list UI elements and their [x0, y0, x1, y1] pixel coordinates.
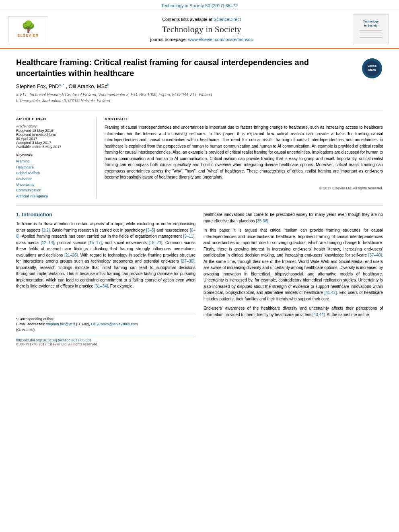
header-right: Technologyin Society ───────────────────… [351, 14, 391, 44]
received-date: Received 18 May 2016 [16, 129, 90, 133]
body-right-column: healthcare innovations can come to be pr… [204, 212, 383, 346]
ref-18-20: [18–20] [149, 240, 162, 245]
footnote-area: * Corresponding author. E-mail addresses… [16, 314, 195, 333]
elsevier-logo-box: 🌳 ELSEVIER [8, 16, 48, 42]
keyword-communication[interactable]: Communication [16, 187, 90, 193]
header-center: Contents lists available at ScienceDirec… [52, 17, 351, 42]
science-direct-text: Contents lists available at ScienceDirec… [60, 17, 343, 22]
ref-15-17: [15–17] [88, 240, 102, 245]
ref-9-11: [9–11] [183, 234, 194, 238]
journal-logo-box: Technologyin Society ───────────────────… [353, 14, 389, 44]
ref-37-40: [37–40] [368, 253, 382, 257]
contents-label: Contents lists available at [162, 17, 214, 22]
email-label: E-mail addresses: [16, 322, 45, 326]
ref-12-14: [12–14] [41, 240, 54, 245]
affiliation-b: b Terveystalo, Jaakonkatu 3, 00100 Helsi… [16, 99, 110, 103]
page: Technology in Society 50 (2017) 66–72 🌳 … [0, 0, 399, 354]
journal-logo-subtitle: ────────────────────────────────────────… [360, 29, 382, 39]
ref-3-5: [3–5] [146, 228, 155, 232]
science-direct-link[interactable]: ScienceDirect [214, 17, 241, 22]
keywords-label: Keywords: [16, 153, 90, 157]
section-1-heading: 1. Introduction [16, 212, 195, 218]
ref-21-26: [21–26] [64, 253, 78, 257]
history-label: Article history: [16, 124, 90, 128]
article-info-column: ARTICLE INFO Article history: Received 1… [16, 117, 97, 199]
email-2[interactable]: Olli.Aranko@terveystalo.com [91, 322, 138, 326]
available-date: Available online 5 May 2017 [16, 145, 90, 149]
intro-para-2: healthcare innovations can come to be pr… [204, 212, 383, 224]
intro-para-1: To frame is to draw attention to certain… [16, 221, 195, 290]
copyright-line: © 2017 Elsevier Ltd. All rights reserved… [105, 185, 383, 190]
elsevier-logo-section: 🌳 ELSEVIER [8, 16, 52, 42]
ref-1-2: [1,2] [42, 228, 49, 232]
homepage-link[interactable]: www.elsevier.com/locate/techsoc [188, 37, 253, 42]
svg-text:Cross: Cross [367, 64, 376, 68]
keyword-healthcare[interactable]: Healthcare [16, 164, 90, 170]
article-title-section: Healthcare framing: Critical realist fra… [16, 57, 353, 107]
homepage-label: journal homepage: [150, 37, 187, 42]
keyword-uncertainty[interactable]: Uncertainty [16, 182, 90, 187]
journal-title: Technology in Society [60, 24, 343, 35]
issn-copyright: 0160-791X/© 2017 Elsevier Ltd. All right… [16, 342, 195, 346]
ref-27-30: [27–30] [181, 259, 194, 263]
keywords-section: Keywords: Framing Healthcare Critical re… [16, 153, 90, 199]
author-sup-2: b [107, 83, 109, 87]
ref-41-42: [41,42] [325, 290, 337, 295]
top-bar: Technology in Society 50 (2017) 66–72 [0, 0, 399, 10]
intro-para-4: End-users' awareness of the healthcare d… [204, 305, 383, 318]
svg-text:Mark: Mark [368, 68, 376, 72]
abstract-label: ABSTRACT [105, 117, 383, 121]
author-affiliations: a VTT, Technical Research Centre of Finl… [16, 92, 353, 104]
article-header: Healthcare framing: Critical realist fra… [16, 57, 383, 107]
article-info-label: ARTICLE INFO [16, 117, 90, 121]
crossmark-circle: Cross Mark [362, 58, 382, 78]
accepted-date: Accepted 3 May 2017 [16, 141, 90, 145]
keyword-critical-realism[interactable]: Critical realism [16, 170, 90, 176]
keyword-framing[interactable]: Framing [16, 158, 90, 164]
author-o: (O. Aranko). [16, 328, 36, 332]
article-title: Healthcare framing: Critical realist fra… [16, 57, 353, 79]
email-1-person: (S. Fox), [76, 322, 90, 326]
homepage-line: journal homepage: www.elsevier.com/locat… [60, 37, 343, 42]
journal-reference: Technology in Society 50 (2017) 66–72 [161, 3, 238, 8]
author-sup-1: a, * [59, 83, 64, 87]
abstract-column: ABSTRACT Framing of causal interdependen… [105, 117, 383, 199]
section-title: Introduction [22, 212, 52, 218]
keyword-ai[interactable]: Artificial intelligence [16, 193, 90, 199]
author-name-2: , Olli Aranko, MSc [66, 83, 107, 89]
article-authors: Stephen Fox, PhDa, * , Olli Aranko, MScb [16, 83, 353, 89]
revised-label: Received in revised form [16, 133, 90, 137]
journal-header: 🌳 ELSEVIER Contents lists available at S… [0, 10, 399, 49]
keyword-causation[interactable]: Causation [16, 176, 90, 182]
body-two-columns: 1. Introduction To frame is to draw atte… [16, 212, 383, 346]
email-footnote: E-mail addresses: stephen.fox@vtt.fi (S.… [16, 322, 195, 327]
section-number: 1. [16, 212, 21, 218]
ref-43-44: [43,44] [313, 312, 325, 317]
intro-para-3: In this paper, it is argued that critica… [204, 227, 383, 302]
crossmark-badge: Cross Mark [361, 57, 383, 79]
section-divider [16, 205, 383, 205]
article-area: Healthcare framing: Critical realist fra… [0, 49, 399, 354]
body-left-column: 1. Introduction To frame is to draw atte… [16, 212, 195, 346]
email-2-person: (O. Aranko). [16, 327, 195, 333]
journal-logo-title: Technologyin Society [363, 20, 379, 27]
doi-bar: http://dx.doi.org/10.1016/j.techsoc.2017… [16, 336, 195, 346]
corresponding-label: * Corresponding author. [16, 317, 54, 321]
ref-35-36: [35,36] [256, 219, 268, 223]
affiliation-a: a VTT, Technical Research Centre of Finl… [16, 92, 212, 97]
article-history: Article history: Received 18 May 2016 Re… [16, 124, 90, 149]
revised-date: 30 April 2017 [16, 137, 90, 141]
abstract-text: Framing of causal interdependencies and … [105, 124, 383, 181]
article-info-abstract-section: ARTICLE INFO Article history: Received 1… [16, 112, 383, 199]
ref-31-34: [31–34] [95, 284, 108, 288]
elsevier-label: ELSEVIER [18, 33, 39, 37]
elsevier-tree-icon: 🌳 [21, 21, 35, 33]
email-1[interactable]: stephen.fox@vtt.fi [46, 322, 75, 326]
corresponding-author-note: * Corresponding author. [16, 316, 195, 322]
doi-link[interactable]: http://dx.doi.org/10.1016/j.techsoc.2017… [16, 338, 195, 342]
author-name-1: Stephen Fox, PhD [16, 83, 59, 89]
